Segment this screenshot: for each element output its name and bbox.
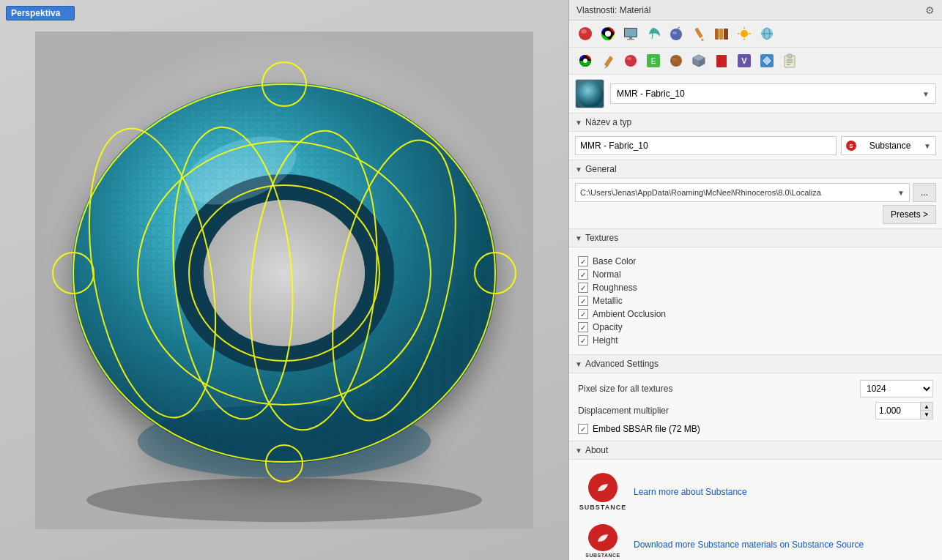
section-textures-label: Textures (585, 233, 618, 243)
svg-text:E: E (651, 57, 656, 65)
type-dropdown-arrow: ▼ (924, 142, 931, 150)
path-dropdown[interactable]: C:\Users\Jenas\AppData\Roaming\McNeel\Rh… (575, 183, 910, 202)
material-name-dropdown[interactable]: MMR - Fabric_10 ▼ (610, 83, 936, 104)
section-advanced-content: Pixel size for all textures 1024 512 204… (569, 373, 942, 441)
tool-earth-btn[interactable] (666, 51, 686, 71)
advanced-pixel-size-row: Pixel size for all textures 1024 512 204… (575, 378, 936, 400)
tool-cube-btn[interactable] (689, 51, 709, 71)
svg-point-38 (672, 31, 677, 34)
section-name-type-header[interactable]: ▼ Název a typ (569, 113, 942, 132)
about-source-item: SUBSTANCE SOURCE Download more Substance… (582, 524, 929, 560)
about-substance-item: SUBSTANCE Learn more about Substance (582, 471, 929, 512)
texture-label-height: Height (593, 335, 618, 346)
checkbox-embed[interactable] (578, 424, 588, 434)
tool-material-btn[interactable] (575, 23, 596, 44)
gear-icon[interactable]: ⚙ (925, 4, 935, 16)
spinbox-arrows: ▲ ▼ (920, 403, 932, 419)
panel-title: Vlastnosti: Materiál (576, 5, 650, 15)
section-general-label: General (585, 164, 617, 174)
tool-clipboard-btn[interactable] (779, 51, 800, 71)
right-panel: Vlastnosti: Materiál ⚙ (568, 0, 942, 560)
svg-point-75 (577, 81, 604, 108)
tool-color2-btn[interactable] (575, 51, 596, 71)
viewport-select[interactable]: Perspektiva Top Front Right (6, 6, 75, 20)
tool-decal-btn[interactable] (689, 23, 709, 44)
texture-list: Base Color Normal Roughness Metallic Amb… (575, 252, 936, 350)
ellipsis-button[interactable]: ... (913, 183, 936, 202)
checkbox-metallic[interactable] (578, 296, 588, 306)
tool-color-btn[interactable] (598, 23, 618, 44)
substance-source-logo: SUBSTANCE SOURCE (582, 524, 623, 560)
texture-item-height: Height (575, 334, 936, 347)
texture-label-ao: Ambient Occlusion (593, 309, 666, 319)
svg-rect-40 (694, 28, 702, 39)
section-advanced-header[interactable]: ▼ Advanced Settings (569, 355, 942, 373)
material-name-input[interactable] (575, 136, 837, 155)
section-about-label: About (585, 445, 608, 455)
path-row: C:\Users\Jenas\AppData\Roaming\McNeel\Rh… (575, 183, 936, 202)
type-dropdown[interactable]: S Substance ▼ (841, 136, 936, 155)
svg-rect-35 (627, 39, 634, 40)
checkbox-opacity[interactable] (578, 322, 588, 332)
tool-environment-btn[interactable] (643, 23, 664, 44)
embed-label: Embed SBSAR file (72 MB) (593, 424, 700, 434)
viewport-3d[interactable]: Perspektiva Top Front Right (0, 0, 568, 560)
displacement-input[interactable] (876, 403, 920, 419)
panel-header: Vlastnosti: Materiál ⚙ (569, 0, 942, 20)
tool-render-btn[interactable] (620, 23, 641, 44)
checkbox-height[interactable] (578, 335, 588, 346)
svg-point-28 (581, 29, 587, 34)
section-textures-header[interactable]: ▼ Textures (569, 229, 942, 247)
pixel-size-select[interactable]: 1024 512 2048 4096 (860, 380, 933, 397)
toolbar-row-1 (569, 20, 942, 48)
displacement-label: Displacement multiplier (578, 406, 875, 416)
svg-rect-33 (625, 29, 637, 37)
substance-logo: SUBSTANCE (582, 471, 623, 512)
tool-texture-btn[interactable] (666, 23, 686, 44)
torus-container (0, 0, 568, 560)
substance-icon: S (846, 141, 856, 151)
path-text: C:\Users\Jenas\AppData\Roaming\McNeel\Rh… (580, 188, 821, 197)
svg-marker-41 (700, 37, 704, 41)
spinbox-down-btn[interactable]: ▼ (921, 411, 932, 419)
viewport-label[interactable]: Perspektiva Top Front Right (6, 6, 75, 20)
checkbox-ao[interactable] (578, 309, 588, 319)
svg-point-27 (579, 27, 592, 40)
tool-red-book-btn[interactable] (711, 51, 732, 71)
section-arrow: ▼ (575, 119, 582, 127)
checkbox-normal[interactable] (578, 269, 588, 280)
texture-label-normal: Normal (593, 269, 621, 280)
svg-text:V: V (741, 56, 747, 65)
svg-point-37 (670, 29, 682, 40)
displacement-spinbox[interactable]: ▲ ▼ (875, 402, 933, 419)
spinbox-up-btn[interactable]: ▲ (921, 403, 932, 411)
tool-diamond-btn[interactable] (757, 51, 777, 71)
tool-library-btn[interactable] (711, 23, 732, 44)
checkbox-roughness[interactable] (578, 283, 588, 293)
material-thumbnail (575, 79, 604, 108)
svg-rect-44 (724, 29, 728, 40)
section-general-header[interactable]: ▼ General (569, 160, 942, 179)
texture-item-base-color: Base Color (575, 255, 936, 268)
svg-rect-71 (787, 54, 792, 58)
tool-pencil2-btn[interactable] (598, 51, 618, 71)
tool-green-btn[interactable]: E (643, 51, 664, 71)
name-type-row: S Substance ▼ (575, 136, 936, 155)
substance-source-link[interactable]: Download more Substance materials on Sub… (634, 540, 864, 550)
checkbox-base-color[interactable] (578, 256, 588, 266)
presets-button[interactable]: Presets > (883, 205, 936, 224)
section-textures-arrow: ▼ (575, 234, 582, 242)
tool-globe-btn[interactable] (757, 23, 777, 44)
substance-learn-link[interactable]: Learn more about Substance (634, 487, 747, 497)
svg-rect-43 (719, 29, 723, 40)
material-dropdown-arrow: ▼ (922, 90, 930, 98)
tool-paint-btn[interactable] (620, 51, 641, 71)
general-buttons: Presets > (575, 205, 936, 224)
svg-rect-42 (715, 29, 719, 40)
svg-point-45 (741, 30, 748, 37)
section-about-header[interactable]: ▼ About (569, 441, 942, 460)
tool-sun-btn[interactable] (734, 23, 754, 44)
tool-v-btn[interactable]: V (734, 51, 754, 71)
section-about-content: SUBSTANCE Learn more about Substance SUB… (569, 460, 942, 560)
texture-item-metallic: Metallic (575, 294, 936, 307)
